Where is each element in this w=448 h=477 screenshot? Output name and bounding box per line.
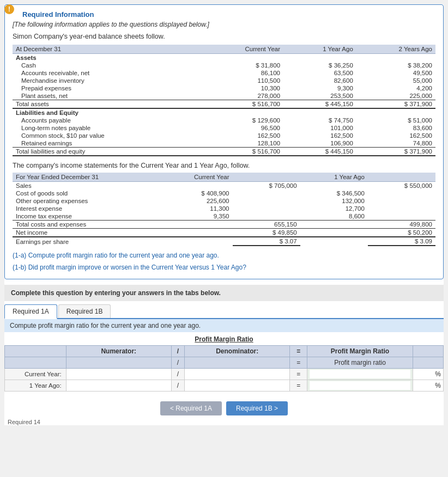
ratio-col-result-header: Profit Margin Ratio: [307, 346, 413, 357]
assets-label: Assets: [13, 54, 201, 62]
prior-year-label: 1 Year Ago:: [5, 380, 66, 392]
table-row: Sales $ 705,000 $ 550,000: [13, 182, 435, 190]
table-row: Interest expense 11,300 12,700: [13, 205, 435, 212]
info-icon: !: [4, 4, 14, 14]
info-title: Required Information: [22, 10, 435, 19]
ratio-table-subheader-row: / = Profit margin ratio: [5, 357, 444, 369]
prior-year-denominator-cell[interactable]: [185, 380, 290, 392]
table-row: 1 Year Ago: / = %: [5, 380, 444, 392]
ratio-col-numerator: Numerator:: [66, 346, 171, 357]
net-income-row: Net income $ 49,850 $ 50,200: [13, 229, 435, 237]
prior-year-result-cell[interactable]: [307, 380, 413, 392]
nav-buttons: < Required 1A Required 1B >: [4, 401, 444, 415]
bs-col-header-2yr: 2 Years Ago: [356, 45, 435, 54]
ratio-sub-equals: =: [290, 357, 307, 369]
current-year-result-cell[interactable]: [307, 369, 413, 380]
is-header-prior: 1 Year Ago: [300, 173, 368, 182]
current-year-numerator-cell[interactable]: [66, 369, 171, 380]
table-row: Merchandise inventory 110,500 82,600 55,…: [13, 77, 435, 84]
table-row: Accounts payable $ 129,600 $ 74,750 $ 51…: [13, 117, 435, 124]
ratio-sub-divider: /: [171, 357, 184, 369]
total-assets-row: Total assets $ 516,700 $ 445,150 $ 371,9…: [13, 100, 435, 109]
prior-year-denominator-input[interactable]: [187, 381, 287, 390]
ratio-col-label: [5, 346, 66, 357]
table-row: Cash $ 31,800 $ 36,250 $ 38,200: [13, 62, 435, 69]
current-year-denominator-cell[interactable]: [185, 369, 290, 380]
table-row: Assets: [13, 54, 435, 62]
table-row: Other operating expenses 225,600 132,000: [13, 197, 435, 205]
bottom-section: Complete this question by entering your …: [4, 285, 444, 425]
table-row: Liabilities and Equity: [13, 108, 435, 117]
ratio-section: Profit Margin Ratio Numerator: / Denomin…: [4, 332, 444, 395]
tabs-row: Required 1A Required 1B: [4, 304, 444, 319]
next-button[interactable]: Required 1B >: [226, 401, 288, 415]
eps-row: Earnings per share $ 3.07 $ 3.09: [13, 237, 435, 246]
ratio-table-header-row: Numerator: / Denominator: = Profit Margi…: [5, 346, 444, 357]
ratio-col-equals-header: =: [290, 346, 307, 357]
is-header-label: For Year Ended December 31: [13, 173, 165, 182]
question-part-b: (1-b) Did profit margin improve or worse…: [13, 264, 435, 271]
ratio-table: Numerator: / Denominator: = Profit Margi…: [4, 345, 444, 392]
table-row: Long-term notes payable 96,500 101,000 8…: [13, 124, 435, 132]
current-year-equals: =: [290, 369, 307, 380]
is-header-current2: [233, 173, 300, 182]
table-row: Common stock, $10 par value 162,500 162,…: [13, 132, 435, 139]
table-row: Current Year: / = %: [5, 369, 444, 380]
tab-content-label: Compute profit margin ratio for the curr…: [4, 319, 444, 332]
current-year-divider: /: [171, 369, 184, 380]
current-year-pct: %: [413, 369, 443, 380]
ratio-col-denominator: Denominator:: [185, 346, 290, 357]
current-year-denominator-input[interactable]: [187, 370, 287, 378]
table-row: Plant assets, net 278,000 253,500 225,00…: [13, 92, 435, 100]
question-part-a: (1-a) Compute profit margin ratio for th…: [13, 252, 435, 259]
income-statement-title: The company's income statements for the …: [13, 162, 435, 169]
current-year-result-input[interactable]: [310, 370, 410, 378]
prior-year-result-input[interactable]: [310, 381, 410, 390]
table-row: Cost of goods sold $ 408,900 $ 346,500: [13, 189, 435, 197]
current-year-label: Current Year:: [5, 369, 66, 380]
ratio-col-divider-header: /: [171, 346, 184, 357]
info-intro: Simon Company's year-end balance sheets …: [13, 33, 435, 40]
tab-required-1b[interactable]: Required 1B: [58, 304, 111, 318]
prior-year-numerator-cell[interactable]: [66, 380, 171, 392]
bs-col-header-label: At December 31: [13, 45, 201, 54]
liabilities-label: Liabilities and Equity: [13, 108, 201, 117]
prior-year-numerator-input[interactable]: [69, 381, 169, 390]
prior-year-equals: =: [290, 380, 307, 392]
prior-year-pct: %: [413, 380, 443, 392]
required-label: Required 14: [8, 419, 444, 425]
info-box: ! Required Information [The following in…: [4, 4, 444, 279]
instruction-text: Complete this question by entering your …: [11, 289, 221, 297]
bs-col-header-1yr: 1 Year Ago: [283, 45, 356, 54]
main-container: ! Required Information [The following in…: [4, 4, 444, 425]
prior-year-divider: /: [171, 380, 184, 392]
ratio-col-pct-header: [413, 346, 443, 357]
info-italic: [The following information applies to th…: [13, 21, 435, 28]
balance-sheet-table: At December 31 Current Year 1 Year Ago 2…: [13, 45, 435, 156]
table-row: Income tax expense 9,350 8,600: [13, 212, 435, 221]
income-statement-table: For Year Ended December 31 Current Year …: [13, 173, 435, 246]
total-liabilities-row: Total liabilities and equity $ 516,700 $…: [13, 148, 435, 156]
ratio-sub-result: Profit margin ratio: [307, 357, 413, 369]
ratio-table-title: Profit Margin Ratio: [4, 335, 444, 343]
is-header-prior2: [368, 173, 435, 182]
bs-col-header-current: Current Year: [201, 45, 283, 54]
instruction-bar: Complete this question by entering your …: [4, 285, 444, 301]
is-header-current: Current Year: [165, 173, 232, 182]
table-row: Prepaid expenses 10,300 9,300 4,200: [13, 84, 435, 92]
table-row: Retained earnings 128,100 106,900 74,800: [13, 139, 435, 148]
current-year-numerator-input[interactable]: [69, 370, 169, 378]
table-row: Accounts receivable, net 86,100 63,500 4…: [13, 69, 435, 77]
tab-required-1a[interactable]: Required 1A: [4, 304, 57, 319]
prev-button[interactable]: < Required 1A: [160, 401, 222, 415]
total-costs-row: Total costs and expenses 655,150 499,800: [13, 221, 435, 229]
